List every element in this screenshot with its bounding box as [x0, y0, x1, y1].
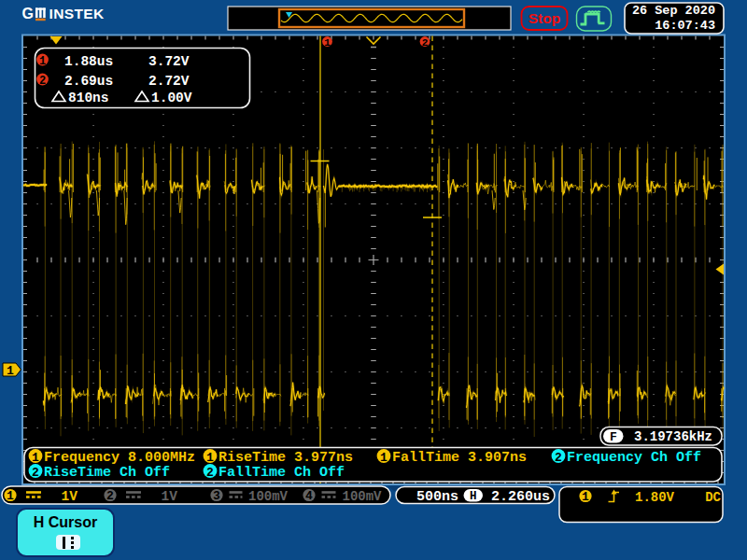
svg-text:FallTime 3.907ns: FallTime 3.907ns — [392, 450, 527, 466]
svg-text:4: 4 — [305, 489, 313, 503]
svg-text:DC: DC — [705, 490, 721, 505]
svg-text:3.72V: 3.72V — [148, 54, 190, 69]
svg-text:Frequency 8.000MHz: Frequency 8.000MHz — [44, 450, 195, 466]
svg-text:3: 3 — [213, 489, 220, 503]
svg-text:2: 2 — [39, 75, 46, 88]
svg-text:H: H — [470, 490, 477, 503]
svg-text:1V: 1V — [162, 489, 178, 504]
svg-text:1: 1 — [7, 364, 14, 378]
svg-text:1: 1 — [39, 55, 46, 68]
svg-text:100mV: 100mV — [343, 489, 383, 504]
svg-text:2.260us: 2.260us — [491, 489, 550, 505]
svg-text:1: 1 — [380, 451, 388, 465]
svg-text:1: 1 — [324, 37, 331, 49]
svg-text:100mV: 100mV — [248, 489, 289, 504]
svg-text:2: 2 — [106, 489, 114, 503]
svg-text:1: 1 — [7, 489, 14, 503]
svg-text:1.88us: 1.88us — [64, 54, 113, 69]
svg-text:2: 2 — [32, 466, 39, 480]
svg-text:2.72V: 2.72V — [148, 74, 190, 89]
svg-text:1: 1 — [32, 451, 39, 465]
svg-text:2: 2 — [555, 451, 562, 465]
svg-text:3.19736kHz: 3.19736kHz — [634, 429, 712, 444]
svg-text:RiseTime Ch Off: RiseTime Ch Off — [44, 465, 170, 481]
svg-text:F: F — [610, 430, 617, 444]
svg-text:16:07:43: 16:07:43 — [655, 19, 715, 33]
svg-text:500ns: 500ns — [416, 489, 458, 505]
svg-text:26 Sep 2020: 26 Sep 2020 — [632, 4, 715, 18]
svg-text:1: 1 — [206, 451, 214, 465]
svg-text:2.69us: 2.69us — [64, 74, 113, 89]
svg-text:1V: 1V — [62, 489, 78, 504]
svg-text:INSTEK: INSTEK — [49, 6, 105, 21]
svg-text:2: 2 — [206, 466, 214, 480]
svg-text:G: G — [22, 6, 34, 21]
svg-text:1.80V: 1.80V — [635, 490, 675, 505]
svg-text:RiseTime 3.977ns: RiseTime 3.977ns — [218, 450, 353, 466]
svg-text:1.00V: 1.00V — [151, 91, 192, 105]
svg-text:Frequency Ch Off: Frequency Ch Off — [567, 450, 701, 466]
svg-text:2: 2 — [422, 37, 429, 49]
svg-text:1: 1 — [582, 490, 589, 504]
svg-text:810ns: 810ns — [68, 91, 109, 105]
svg-text:Stop: Stop — [529, 10, 560, 26]
svg-text:FallTime Ch Off: FallTime Ch Off — [218, 465, 345, 481]
